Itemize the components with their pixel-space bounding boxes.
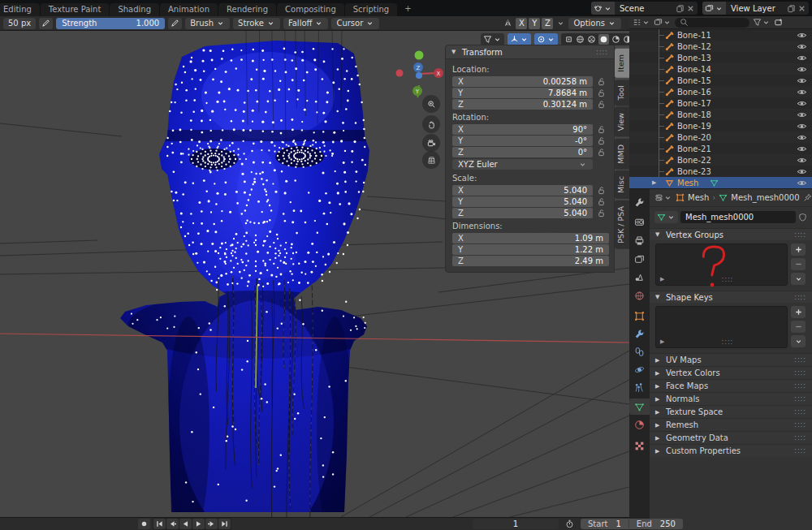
mirror-axis-z[interactable]: Z [542,18,553,29]
shape-keys-specials-icon[interactable] [791,335,806,347]
mesh-name-field[interactable]: Mesh_mesh0000 [680,211,796,223]
proportional-editing-icon[interactable] [534,33,558,45]
hide-eye-icon[interactable] [797,145,807,153]
breadcrumb-object-name[interactable]: Mesh [688,193,709,202]
view-layer-browse-icon[interactable] [702,2,726,15]
breadcrumb-data-name[interactable]: Mesh_mesh0000 [731,193,799,202]
pan-hand-icon[interactable] [422,115,440,133]
remove-shape-keys-button[interactable] [791,321,806,333]
transform-panel-header[interactable]: ▼ Transform :::: [446,45,614,59]
properties-tab-scene-icon[interactable] [629,269,650,285]
add-shape-keys-button[interactable] [791,306,806,318]
overlays-icon[interactable] [576,35,585,44]
properties-tab-output-icon[interactable] [629,232,650,248]
outliner-item-bone-12[interactable]: Bone-12 [629,41,812,52]
properties-editor-type-icon[interactable] [654,193,672,202]
lock-icon[interactable] [593,186,609,195]
strength-slider[interactable]: Strength 1.000 [56,18,165,29]
mirror-axis-x[interactable]: X [516,18,527,29]
add-vertex-groups-button[interactable] [791,243,806,256]
camera-view-icon[interactable] [422,134,440,152]
rotation-y-field[interactable]: Y-0° [452,136,593,146]
hide-eye-icon[interactable] [797,134,807,141]
hide-eye-icon[interactable] [797,66,807,73]
stopwatch-icon[interactable] [565,519,574,528]
lock-icon[interactable] [593,77,609,86]
workspace-tab-rendering[interactable]: Rendering [218,3,276,16]
proportional-falloff-icon[interactable] [481,33,504,45]
outliner-item-bone-16[interactable]: Bone-16 [629,86,812,97]
lock-icon[interactable] [593,88,609,97]
next-keyframe-button[interactable] [205,519,218,529]
section-normals[interactable]: ▶Normals:::: [650,392,812,405]
outliner-item-bone-18[interactable]: Bone-18 [629,109,812,120]
scale-z-field[interactable]: Z5.040 [452,208,593,218]
location-z-field[interactable]: Z0.30124 m [452,99,593,110]
expand-icon[interactable]: ▶ [652,179,656,186]
npanel-tab-tool[interactable]: Tool [615,80,629,106]
display-mode-icon[interactable] [654,18,672,27]
scene-name[interactable]: Scene [615,4,673,13]
workspace-tab-shading[interactable]: Shading [110,3,159,16]
section-face-maps[interactable]: ▶Face Maps:::: [650,379,812,392]
dimensions-y-field[interactable]: Y1.22 m [452,244,609,255]
gizmo-icon[interactable] [564,35,573,44]
lock-icon[interactable] [593,100,609,109]
section-geometry-data[interactable]: ▶Geometry Data:::: [650,431,812,444]
rotation-mode-dropdown[interactable]: XYZ Euler [452,159,593,170]
outliner-item-bone-17[interactable]: Bone-17 [629,97,812,109]
properties-tab-world-icon[interactable] [629,287,650,304]
falloff-dropdown[interactable]: Falloff [283,18,329,29]
snapping-icon[interactable] [508,33,531,45]
options-dropdown[interactable]: Options [568,18,621,29]
properties-tab-material-icon[interactable] [629,416,650,433]
stroke-dropdown[interactable]: Stroke [233,18,280,29]
hide-eye-icon[interactable] [797,54,807,62]
new-scene-icon[interactable] [676,4,685,13]
collapse-arrow-icon[interactable]: ▼ [451,49,458,55]
shading-solid-icon[interactable] [598,34,609,45]
section-uv-maps[interactable]: ▶UV Maps:::: [650,353,812,366]
shading-rendered-icon[interactable] [623,35,629,44]
location-y-field[interactable]: Y7.8684 m [452,88,593,98]
play-button[interactable] [192,519,205,529]
outliner-item-bone-22[interactable]: Bone-22 [629,154,812,166]
hide-eye-icon[interactable] [797,168,807,175]
npanel-tab-view[interactable]: View [615,107,629,137]
frame-end-field[interactable]: End250 [628,519,683,528]
npanel-tab-misc[interactable]: Misc [615,170,629,199]
view-layer-name[interactable]: View Layer [726,4,784,13]
outliner-search-input[interactable] [675,18,749,28]
lock-icon[interactable] [593,148,609,157]
lock-icon[interactable] [593,197,609,206]
hide-eye-icon[interactable] [797,123,807,130]
properties-tab-tool-icon[interactable] [629,194,650,210]
properties-tab-view-layer-icon[interactable] [629,251,650,267]
hide-eye-icon[interactable] [797,157,807,164]
brush-radius-field[interactable]: 50 px [3,18,36,29]
workspace-tab-animation[interactable]: Animation [160,3,218,16]
lock-icon[interactable] [593,125,609,134]
outliner-item-mesh[interactable]: ▶Mesh [629,177,812,188]
record-button[interactable] [138,519,150,529]
hide-eye-icon[interactable] [797,43,807,50]
rotation-z-field[interactable]: Z0° [452,147,593,157]
remove-view-layer-icon[interactable] [797,4,806,13]
section-custom-properties[interactable]: ▶Custom Properties:::: [650,444,812,457]
panel-header-vertex-groups[interactable]: ▼Vertex Groups:::: [650,228,812,240]
hide-eye-icon[interactable] [797,100,807,107]
ortho-grid-icon[interactable] [422,151,440,169]
outliner-item-bone-23[interactable]: Bone-23 [629,166,812,177]
add-workspace-button[interactable]: + [398,4,417,13]
vertex-groups-specials-icon[interactable] [791,273,806,285]
frame-start-field[interactable]: Start1 [581,519,628,528]
cursor-dropdown[interactable]: Cursor [331,18,379,29]
scene-selector[interactable]: Scene [591,2,698,15]
view-layer-selector[interactable]: View Layer [702,2,809,15]
play-reverse-button[interactable] [179,519,192,529]
properties-tab-physics-icon[interactable] [629,361,650,377]
rotation-x-field[interactable]: X90° [452,124,593,135]
prev-keyframe-button[interactable] [166,519,179,529]
outliner-item-bone-13[interactable]: Bone-13 [629,52,812,63]
hide-eye-icon[interactable] [797,77,807,84]
